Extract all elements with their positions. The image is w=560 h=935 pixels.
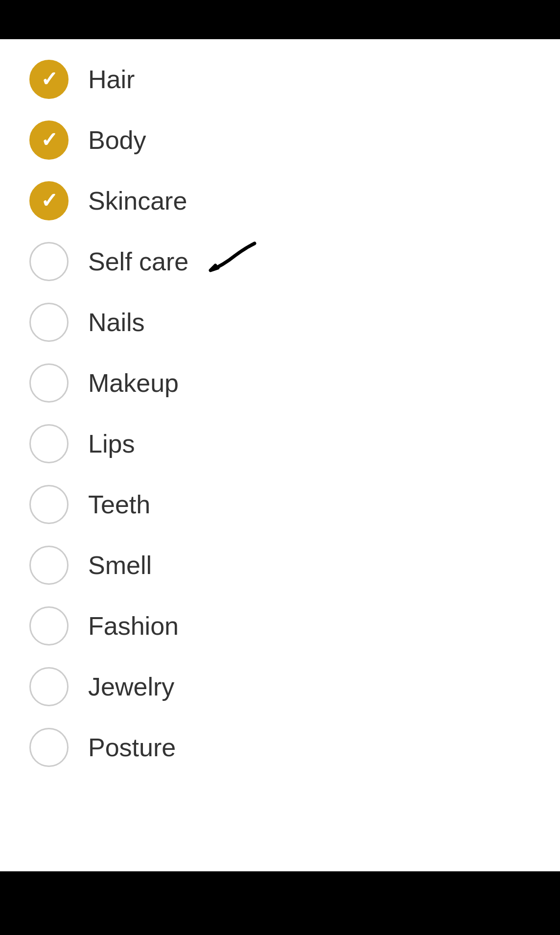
list-item: Fashion (0, 596, 560, 656)
list-item: Posture (0, 717, 560, 778)
label-makeup: Makeup (88, 368, 179, 398)
label-body: Body (88, 125, 146, 155)
list-item: Nails (0, 292, 560, 353)
list-item: Skincare (0, 170, 560, 231)
checkbox-nails[interactable] (29, 303, 69, 342)
checkbox-posture[interactable] (29, 728, 69, 767)
checkbox-lips[interactable] (29, 424, 69, 463)
checkbox-jewelry[interactable] (29, 667, 69, 706)
label-jewelry: Jewelry (88, 672, 174, 701)
checkbox-hair[interactable] (29, 60, 69, 99)
label-self-care: Self care (88, 247, 188, 276)
label-fashion: Fashion (88, 611, 179, 641)
list-item: Lips (0, 413, 560, 474)
arrow-annotation (186, 239, 264, 278)
label-lips: Lips (88, 429, 135, 458)
label-smell: Smell (88, 551, 152, 580)
list-item: Teeth (0, 474, 560, 535)
list-item: Makeup (0, 353, 560, 413)
checkbox-skincare[interactable] (29, 181, 69, 220)
list-item: Jewelry (0, 656, 560, 717)
list-item: Hair (0, 49, 560, 110)
label-hair: Hair (88, 65, 135, 94)
checkbox-body[interactable] (29, 120, 69, 160)
checkbox-teeth[interactable] (29, 485, 69, 524)
label-posture: Posture (88, 733, 176, 762)
list-item: Body (0, 110, 560, 170)
checkbox-smell[interactable] (29, 546, 69, 585)
checkbox-fashion[interactable] (29, 606, 69, 646)
checkbox-makeup[interactable] (29, 363, 69, 403)
checklist-container: HairBodySkincareSelf care NailsMakeupLip… (0, 39, 560, 788)
label-nails: Nails (88, 308, 145, 337)
label-skincare: Skincare (88, 186, 187, 216)
checkbox-self-care[interactable] (29, 242, 69, 281)
label-teeth: Teeth (88, 490, 150, 519)
list-item: Smell (0, 535, 560, 596)
list-item: Self care (0, 231, 560, 292)
screen: HairBodySkincareSelf care NailsMakeupLip… (0, 39, 560, 871)
